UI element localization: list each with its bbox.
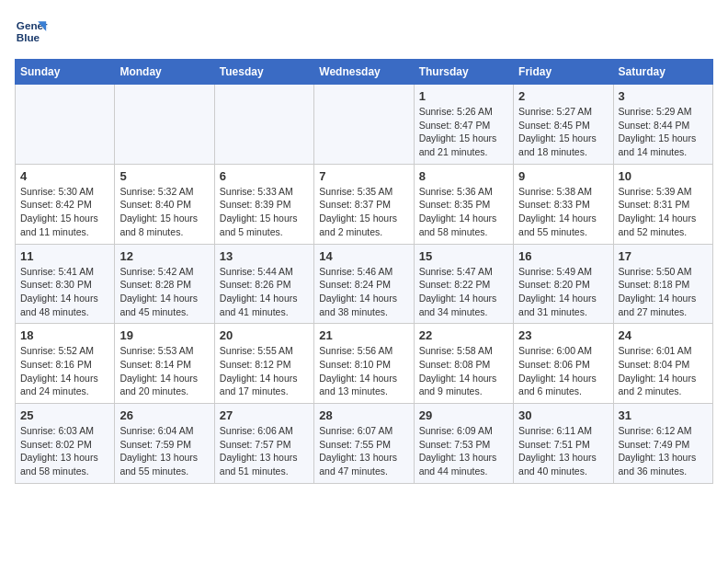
day-number: 28	[319, 408, 408, 422]
calendar-cell: 4Sunrise: 5:30 AM Sunset: 8:42 PM Daylig…	[16, 164, 115, 244]
day-number: 6	[220, 169, 309, 183]
day-info: Sunrise: 5:49 AM Sunset: 8:20 PM Dayligh…	[518, 265, 608, 319]
calendar-cell: 6Sunrise: 5:33 AM Sunset: 8:39 PM Daylig…	[214, 164, 313, 244]
day-info: Sunrise: 5:39 AM Sunset: 8:31 PM Dayligh…	[619, 185, 708, 239]
calendar-cell: 17Sunrise: 5:50 AM Sunset: 8:18 PM Dayli…	[613, 244, 712, 324]
calendar-cell: 27Sunrise: 6:06 AM Sunset: 7:57 PM Dayli…	[214, 404, 313, 484]
day-info: Sunrise: 6:03 AM Sunset: 8:02 PM Dayligh…	[20, 424, 109, 478]
calendar-cell: 28Sunrise: 6:07 AM Sunset: 7:55 PM Dayli…	[314, 404, 414, 484]
day-number: 15	[419, 249, 508, 263]
page-header: General Blue	[15, 15, 713, 48]
day-info: Sunrise: 5:58 AM Sunset: 8:08 PM Dayligh…	[419, 344, 508, 398]
calendar-cell: 30Sunrise: 6:11 AM Sunset: 7:51 PM Dayli…	[514, 404, 613, 484]
calendar-table: SundayMondayTuesdayWednesdayThursdayFrid…	[15, 59, 713, 484]
day-info: Sunrise: 5:33 AM Sunset: 8:39 PM Dayligh…	[220, 185, 309, 239]
calendar-cell: 13Sunrise: 5:44 AM Sunset: 8:26 PM Dayli…	[214, 244, 313, 324]
day-info: Sunrise: 6:12 AM Sunset: 7:49 PM Dayligh…	[619, 424, 708, 478]
day-info: Sunrise: 5:52 AM Sunset: 8:16 PM Dayligh…	[20, 344, 109, 398]
calendar-cell: 11Sunrise: 5:41 AM Sunset: 8:30 PM Dayli…	[16, 244, 115, 324]
day-number: 4	[20, 169, 109, 183]
day-number: 5	[119, 169, 209, 183]
day-number: 29	[419, 408, 508, 422]
column-header-friday: Friday	[514, 60, 613, 85]
day-number: 24	[619, 328, 708, 342]
day-info: Sunrise: 6:11 AM Sunset: 7:51 PM Dayligh…	[518, 424, 608, 478]
column-header-sunday: Sunday	[16, 60, 115, 85]
day-info: Sunrise: 5:47 AM Sunset: 8:22 PM Dayligh…	[419, 265, 508, 319]
day-info: Sunrise: 5:35 AM Sunset: 8:37 PM Dayligh…	[319, 185, 408, 239]
day-number: 27	[220, 408, 309, 422]
calendar-cell: 21Sunrise: 5:56 AM Sunset: 8:10 PM Dayli…	[314, 324, 414, 404]
day-number: 31	[619, 408, 708, 422]
day-number: 11	[20, 249, 109, 263]
day-info: Sunrise: 5:29 AM Sunset: 8:44 PM Dayligh…	[619, 105, 708, 159]
day-info: Sunrise: 5:46 AM Sunset: 8:24 PM Dayligh…	[319, 265, 408, 319]
calendar-cell	[214, 85, 313, 165]
day-number: 2	[518, 89, 608, 103]
day-number: 23	[518, 328, 608, 342]
calendar-cell: 26Sunrise: 6:04 AM Sunset: 7:59 PM Dayli…	[115, 404, 214, 484]
calendar-cell: 18Sunrise: 5:52 AM Sunset: 8:16 PM Dayli…	[16, 324, 115, 404]
column-header-saturday: Saturday	[613, 60, 712, 85]
column-header-wednesday: Wednesday	[314, 60, 414, 85]
day-info: Sunrise: 6:00 AM Sunset: 8:06 PM Dayligh…	[518, 344, 608, 398]
calendar-cell: 7Sunrise: 5:35 AM Sunset: 8:37 PM Daylig…	[314, 164, 414, 244]
day-number: 18	[20, 328, 109, 342]
column-header-thursday: Thursday	[414, 60, 513, 85]
day-info: Sunrise: 5:42 AM Sunset: 8:28 PM Dayligh…	[119, 265, 209, 319]
column-header-tuesday: Tuesday	[214, 60, 313, 85]
calendar-cell: 24Sunrise: 6:01 AM Sunset: 8:04 PM Dayli…	[613, 324, 712, 404]
day-number: 22	[419, 328, 508, 342]
calendar-cell: 10Sunrise: 5:39 AM Sunset: 8:31 PM Dayli…	[613, 164, 712, 244]
calendar-cell	[115, 85, 214, 165]
calendar-cell: 19Sunrise: 5:53 AM Sunset: 8:14 PM Dayli…	[115, 324, 214, 404]
day-info: Sunrise: 5:41 AM Sunset: 8:30 PM Dayligh…	[20, 265, 109, 319]
day-number: 9	[518, 169, 608, 183]
calendar-cell	[16, 85, 115, 165]
day-info: Sunrise: 6:04 AM Sunset: 7:59 PM Dayligh…	[119, 424, 209, 478]
calendar-cell: 25Sunrise: 6:03 AM Sunset: 8:02 PM Dayli…	[16, 404, 115, 484]
day-number: 26	[119, 408, 209, 422]
day-number: 13	[220, 249, 309, 263]
calendar-cell: 2Sunrise: 5:27 AM Sunset: 8:45 PM Daylig…	[514, 85, 613, 165]
day-info: Sunrise: 5:56 AM Sunset: 8:10 PM Dayligh…	[319, 344, 408, 398]
day-info: Sunrise: 5:32 AM Sunset: 8:40 PM Dayligh…	[119, 185, 209, 239]
day-info: Sunrise: 5:36 AM Sunset: 8:35 PM Dayligh…	[419, 185, 508, 239]
calendar-cell: 1Sunrise: 5:26 AM Sunset: 8:47 PM Daylig…	[414, 85, 513, 165]
calendar-cell: 9Sunrise: 5:38 AM Sunset: 8:33 PM Daylig…	[514, 164, 613, 244]
day-number: 3	[619, 89, 708, 103]
calendar-cell: 15Sunrise: 5:47 AM Sunset: 8:22 PM Dayli…	[414, 244, 513, 324]
day-info: Sunrise: 6:09 AM Sunset: 7:53 PM Dayligh…	[419, 424, 508, 478]
day-info: Sunrise: 6:01 AM Sunset: 8:04 PM Dayligh…	[619, 344, 708, 398]
day-info: Sunrise: 5:27 AM Sunset: 8:45 PM Dayligh…	[518, 105, 608, 159]
calendar-cell: 31Sunrise: 6:12 AM Sunset: 7:49 PM Dayli…	[613, 404, 712, 484]
calendar-cell: 12Sunrise: 5:42 AM Sunset: 8:28 PM Dayli…	[115, 244, 214, 324]
logo: General Blue	[15, 15, 48, 48]
day-number: 17	[619, 249, 708, 263]
calendar-cell: 3Sunrise: 5:29 AM Sunset: 8:44 PM Daylig…	[613, 85, 712, 165]
day-number: 8	[419, 169, 508, 183]
day-number: 12	[119, 249, 209, 263]
day-number: 1	[419, 89, 508, 103]
calendar-cell: 23Sunrise: 6:00 AM Sunset: 8:06 PM Dayli…	[514, 324, 613, 404]
calendar-cell: 8Sunrise: 5:36 AM Sunset: 8:35 PM Daylig…	[414, 164, 513, 244]
day-info: Sunrise: 5:53 AM Sunset: 8:14 PM Dayligh…	[119, 344, 209, 398]
day-info: Sunrise: 5:38 AM Sunset: 8:33 PM Dayligh…	[518, 185, 608, 239]
day-number: 30	[518, 408, 608, 422]
day-info: Sunrise: 5:55 AM Sunset: 8:12 PM Dayligh…	[220, 344, 309, 398]
column-header-monday: Monday	[115, 60, 214, 85]
day-info: Sunrise: 6:06 AM Sunset: 7:57 PM Dayligh…	[220, 424, 309, 478]
day-number: 10	[619, 169, 708, 183]
day-info: Sunrise: 6:07 AM Sunset: 7:55 PM Dayligh…	[319, 424, 408, 478]
day-number: 16	[518, 249, 608, 263]
calendar-cell: 5Sunrise: 5:32 AM Sunset: 8:40 PM Daylig…	[115, 164, 214, 244]
calendar-cell: 14Sunrise: 5:46 AM Sunset: 8:24 PM Dayli…	[314, 244, 414, 324]
calendar-cell: 16Sunrise: 5:49 AM Sunset: 8:20 PM Dayli…	[514, 244, 613, 324]
day-info: Sunrise: 5:30 AM Sunset: 8:42 PM Dayligh…	[20, 185, 109, 239]
calendar-cell: 20Sunrise: 5:55 AM Sunset: 8:12 PM Dayli…	[214, 324, 313, 404]
day-number: 14	[319, 249, 408, 263]
day-info: Sunrise: 5:26 AM Sunset: 8:47 PM Dayligh…	[419, 105, 508, 159]
day-number: 19	[119, 328, 209, 342]
day-number: 21	[319, 328, 408, 342]
day-info: Sunrise: 5:44 AM Sunset: 8:26 PM Dayligh…	[220, 265, 309, 319]
